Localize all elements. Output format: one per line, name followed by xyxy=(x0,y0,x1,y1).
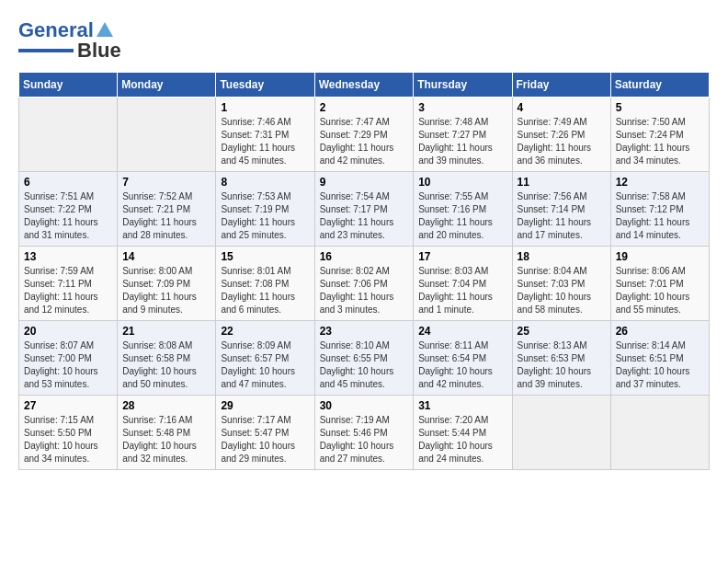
calendar-cell: 8Sunrise: 7:53 AM Sunset: 7:19 PM Daylig… xyxy=(216,172,314,247)
calendar-week-4: 20Sunrise: 8:07 AM Sunset: 7:00 PM Dayli… xyxy=(19,321,710,396)
day-info: Sunrise: 7:20 AM Sunset: 5:44 PM Dayligh… xyxy=(418,414,506,465)
calendar-cell: 6Sunrise: 7:51 AM Sunset: 7:22 PM Daylig… xyxy=(19,172,118,247)
day-info: Sunrise: 8:03 AM Sunset: 7:04 PM Dayligh… xyxy=(418,265,506,316)
calendar-cell: 5Sunrise: 7:50 AM Sunset: 7:24 PM Daylig… xyxy=(610,98,709,172)
day-info: Sunrise: 7:47 AM Sunset: 7:29 PM Dayligh… xyxy=(320,116,409,167)
day-info: Sunrise: 8:07 AM Sunset: 7:00 PM Dayligh… xyxy=(24,339,112,391)
calendar-cell: 16Sunrise: 8:02 AM Sunset: 7:06 PM Dayli… xyxy=(314,247,414,321)
day-number: 17 xyxy=(418,250,506,263)
calendar-cell: 24Sunrise: 8:11 AM Sunset: 6:54 PM Dayli… xyxy=(414,321,512,396)
day-number: 21 xyxy=(122,325,210,338)
day-info: Sunrise: 8:00 AM Sunset: 7:09 PM Dayligh… xyxy=(122,265,210,316)
header-tuesday: Tuesday xyxy=(216,73,314,98)
day-number: 10 xyxy=(418,176,506,189)
day-number: 22 xyxy=(221,325,309,338)
day-info: Sunrise: 8:13 AM Sunset: 6:53 PM Dayligh… xyxy=(518,339,606,391)
calendar-cell: 2Sunrise: 7:47 AM Sunset: 7:29 PM Daylig… xyxy=(314,98,414,172)
calendar-cell: 28Sunrise: 7:16 AM Sunset: 5:48 PM Dayli… xyxy=(118,396,216,470)
calendar-cell xyxy=(118,98,216,172)
day-info: Sunrise: 7:52 AM Sunset: 7:21 PM Dayligh… xyxy=(122,190,210,242)
day-info: Sunrise: 7:50 AM Sunset: 7:24 PM Dayligh… xyxy=(616,116,704,167)
header-sunday: Sunday xyxy=(19,73,118,98)
day-number: 15 xyxy=(221,250,309,263)
day-info: Sunrise: 7:46 AM Sunset: 7:31 PM Dayligh… xyxy=(221,116,309,167)
calendar-cell: 31Sunrise: 7:20 AM Sunset: 5:44 PM Dayli… xyxy=(414,396,512,470)
header-monday: Monday xyxy=(118,73,216,98)
calendar-cell: 19Sunrise: 8:06 AM Sunset: 7:01 PM Dayli… xyxy=(610,247,709,321)
calendar-cell: 1Sunrise: 7:46 AM Sunset: 7:31 PM Daylig… xyxy=(216,98,314,172)
day-number: 11 xyxy=(518,176,606,189)
day-number: 30 xyxy=(320,399,409,412)
day-number: 3 xyxy=(418,101,506,114)
logo-blue: Blue xyxy=(77,39,121,63)
calendar-cell: 25Sunrise: 8:13 AM Sunset: 6:53 PM Dayli… xyxy=(512,321,610,396)
day-number: 31 xyxy=(418,399,506,412)
page-header: General Blue xyxy=(18,18,710,63)
header-friday: Friday xyxy=(512,73,610,98)
calendar-cell xyxy=(512,396,610,470)
day-info: Sunrise: 7:49 AM Sunset: 7:26 PM Dayligh… xyxy=(518,116,606,167)
day-info: Sunrise: 8:11 AM Sunset: 6:54 PM Dayligh… xyxy=(418,339,506,391)
calendar-header-row: SundayMondayTuesdayWednesdayThursdayFrid… xyxy=(19,73,710,98)
day-number: 18 xyxy=(518,250,606,263)
header-saturday: Saturday xyxy=(610,73,709,98)
header-wednesday: Wednesday xyxy=(314,73,414,98)
day-info: Sunrise: 8:14 AM Sunset: 6:51 PM Dayligh… xyxy=(616,339,704,391)
day-number: 24 xyxy=(418,325,506,338)
day-number: 26 xyxy=(616,325,704,338)
calendar-week-5: 27Sunrise: 7:15 AM Sunset: 5:50 PM Dayli… xyxy=(19,396,710,470)
day-number: 2 xyxy=(320,101,409,114)
day-number: 23 xyxy=(320,325,409,338)
calendar-week-2: 6Sunrise: 7:51 AM Sunset: 7:22 PM Daylig… xyxy=(19,172,710,247)
day-info: Sunrise: 7:48 AM Sunset: 7:27 PM Dayligh… xyxy=(418,116,506,167)
day-info: Sunrise: 8:06 AM Sunset: 7:01 PM Dayligh… xyxy=(616,265,704,316)
day-number: 4 xyxy=(518,101,606,114)
calendar-week-3: 13Sunrise: 7:59 AM Sunset: 7:11 PM Dayli… xyxy=(19,247,710,321)
calendar-cell: 29Sunrise: 7:17 AM Sunset: 5:47 PM Dayli… xyxy=(216,396,314,470)
day-number: 28 xyxy=(122,399,210,412)
day-info: Sunrise: 7:59 AM Sunset: 7:11 PM Dayligh… xyxy=(24,265,112,316)
calendar-cell xyxy=(19,98,118,172)
day-info: Sunrise: 7:16 AM Sunset: 5:48 PM Dayligh… xyxy=(122,414,210,465)
calendar-cell: 27Sunrise: 7:15 AM Sunset: 5:50 PM Dayli… xyxy=(19,396,118,470)
day-info: Sunrise: 8:10 AM Sunset: 6:55 PM Dayligh… xyxy=(320,339,409,391)
calendar-cell: 9Sunrise: 7:54 AM Sunset: 7:17 PM Daylig… xyxy=(314,172,414,247)
day-number: 7 xyxy=(122,176,210,189)
day-info: Sunrise: 7:55 AM Sunset: 7:16 PM Dayligh… xyxy=(418,190,506,242)
calendar-cell: 18Sunrise: 8:04 AM Sunset: 7:03 PM Dayli… xyxy=(512,247,610,321)
calendar-table: SundayMondayTuesdayWednesdayThursdayFrid… xyxy=(18,72,710,470)
logo-triangle-icon xyxy=(97,22,113,37)
calendar-cell: 30Sunrise: 7:19 AM Sunset: 5:46 PM Dayli… xyxy=(314,396,414,470)
day-info: Sunrise: 7:54 AM Sunset: 7:17 PM Dayligh… xyxy=(320,190,409,242)
calendar-week-1: 1Sunrise: 7:46 AM Sunset: 7:31 PM Daylig… xyxy=(19,98,710,172)
day-number: 14 xyxy=(122,250,210,263)
day-number: 6 xyxy=(24,176,112,189)
day-info: Sunrise: 8:01 AM Sunset: 7:08 PM Dayligh… xyxy=(221,265,309,316)
day-number: 29 xyxy=(221,399,309,412)
day-number: 16 xyxy=(320,250,409,263)
calendar-cell: 22Sunrise: 8:09 AM Sunset: 6:57 PM Dayli… xyxy=(216,321,314,396)
day-number: 12 xyxy=(616,176,704,189)
calendar-cell: 13Sunrise: 7:59 AM Sunset: 7:11 PM Dayli… xyxy=(19,247,118,321)
day-info: Sunrise: 7:19 AM Sunset: 5:46 PM Dayligh… xyxy=(320,414,409,465)
day-number: 19 xyxy=(616,250,704,263)
calendar-cell: 11Sunrise: 7:56 AM Sunset: 7:14 PM Dayli… xyxy=(512,172,610,247)
calendar-cell: 3Sunrise: 7:48 AM Sunset: 7:27 PM Daylig… xyxy=(414,98,512,172)
day-info: Sunrise: 8:09 AM Sunset: 6:57 PM Dayligh… xyxy=(221,339,309,391)
day-info: Sunrise: 7:15 AM Sunset: 5:50 PM Dayligh… xyxy=(24,414,112,465)
calendar-cell: 10Sunrise: 7:55 AM Sunset: 7:16 PM Dayli… xyxy=(414,172,512,247)
header-thursday: Thursday xyxy=(414,73,512,98)
day-info: Sunrise: 8:02 AM Sunset: 7:06 PM Dayligh… xyxy=(320,265,409,316)
day-info: Sunrise: 7:56 AM Sunset: 7:14 PM Dayligh… xyxy=(518,190,606,242)
day-number: 9 xyxy=(320,176,409,189)
day-number: 20 xyxy=(24,325,112,338)
calendar-cell xyxy=(610,396,709,470)
calendar-cell: 4Sunrise: 7:49 AM Sunset: 7:26 PM Daylig… xyxy=(512,98,610,172)
calendar-cell: 12Sunrise: 7:58 AM Sunset: 7:12 PM Dayli… xyxy=(610,172,709,247)
logo: General Blue xyxy=(18,18,121,63)
day-number: 5 xyxy=(616,101,704,114)
calendar-cell: 20Sunrise: 8:07 AM Sunset: 7:00 PM Dayli… xyxy=(19,321,118,396)
day-number: 13 xyxy=(24,250,112,263)
day-number: 25 xyxy=(518,325,606,338)
day-info: Sunrise: 7:58 AM Sunset: 7:12 PM Dayligh… xyxy=(616,190,704,242)
